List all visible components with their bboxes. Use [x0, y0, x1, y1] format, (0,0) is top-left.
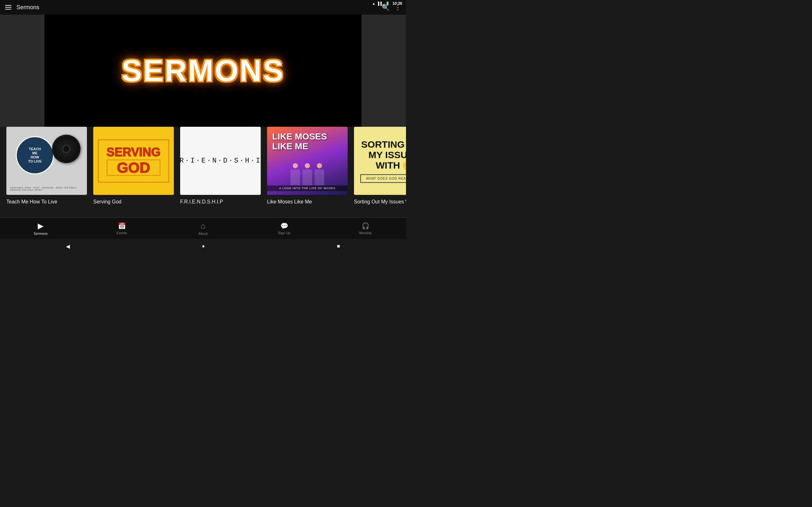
- nav-sermons[interactable]: ▶ Sermons: [28, 222, 53, 235]
- nav-about[interactable]: ⌂ About: [190, 222, 216, 235]
- card4-background: LIKE MOSES LIKE ME A LOOK INTO THE LIFE …: [267, 127, 348, 195]
- events-icon: 📅: [118, 222, 126, 230]
- worship-label: Worship: [359, 231, 372, 235]
- app-bar: Sermons 🔍 ⋮: [0, 0, 406, 14]
- card-friendship[interactable]: F·R·I·E·N·D·S·H·I·P F.R.I.E.N.D.S.H.I.P: [180, 127, 261, 205]
- card1-background: TEACHMEHOWTO LIVE FEATURES: PRAY · FAST …: [6, 127, 87, 195]
- nav-worship[interactable]: 🎧 Worship: [353, 222, 378, 235]
- moses-figures: [267, 170, 348, 185]
- about-label: About: [199, 232, 208, 235]
- figure-1: [291, 170, 300, 185]
- moses-title: LIKE MOSES LIKE ME: [272, 132, 327, 152]
- serving-text-line1: SERVING: [107, 146, 160, 158]
- sorting-box: WHAT DOES GOD REALLY SAY?: [360, 174, 406, 183]
- card-teach-me[interactable]: TEACHMEHOWTO LIVE FEATURES: PRAY · FAST …: [6, 127, 87, 205]
- vinyl-record: [52, 135, 81, 163]
- bottom-nav: ▶ Sermons 📅 Events ⌂ About 💬 Sign Up 🎧 W…: [0, 217, 406, 239]
- serving-god-box: SERVING GOD: [98, 139, 169, 183]
- card1-inner-text: TEACHMEHOWTO LIVE: [28, 147, 42, 164]
- signal-icon: ▌▌: [378, 2, 383, 5]
- card-like-moses[interactable]: LIKE MOSES LIKE ME A LOOK INTO THE LIFE …: [267, 127, 348, 205]
- friendship-text: F·R·I·E·N·D·S·H·I·P: [180, 157, 261, 165]
- card-label-serving-god: Serving God: [93, 199, 174, 205]
- card-serving-god[interactable]: SERVING GOD Serving God: [93, 127, 174, 205]
- figure-3: [315, 170, 324, 185]
- about-icon: ⌂: [201, 222, 206, 230]
- card-label-friendship: F.R.I.E.N.D.S.H.I.P: [180, 199, 261, 205]
- battery-icon: 🔋: [386, 2, 390, 6]
- card-image-teach-me: TEACHMEHOWTO LIVE FEATURES: PRAY · FAST …: [6, 127, 87, 195]
- status-bar: ▲ ▌▌ 🔋 10:26: [368, 0, 406, 7]
- sermons-icon: ▶: [38, 222, 44, 230]
- card-image-serving-god: SERVING GOD: [93, 127, 174, 195]
- clock: 10:26: [392, 1, 402, 6]
- card-label-like-moses: Like Moses Like Me: [267, 199, 348, 205]
- hero-content: SERMONS: [121, 53, 284, 88]
- card5-background: SORTING OUT MY ISSUES WITH 😶 WHAT DOES G…: [354, 127, 406, 195]
- recents-button[interactable]: ■: [337, 243, 340, 249]
- card2-background: SERVING GOD: [93, 127, 174, 195]
- figure-2: [303, 170, 312, 185]
- card-image-like-moses: LIKE MOSES LIKE ME A LOOK INTO THE LIFE …: [267, 127, 348, 195]
- card1-circle: TEACHMEHOWTO LIVE: [16, 136, 54, 174]
- card-label-sorting: Sorting Out My Issues With...: [354, 199, 406, 205]
- cards-row: TEACHMEHOWTO LIVE FEATURES: PRAY · FAST …: [6, 127, 400, 205]
- nav-signup[interactable]: 💬 Sign Up: [271, 222, 297, 235]
- back-button[interactable]: ◀: [66, 243, 70, 249]
- worship-icon: 🎧: [362, 222, 369, 230]
- serving-text-line2: GOD: [107, 159, 160, 176]
- signup-icon: 💬: [281, 222, 288, 230]
- page-title: Sermons: [16, 4, 382, 11]
- card-image-sorting: SORTING OUT MY ISSUES WITH 😶 WHAT DOES G…: [354, 127, 406, 195]
- wifi-icon: ▲: [372, 2, 375, 5]
- moses-subtitle: A LOOK INTO THE LIFE OF MOSES: [267, 185, 348, 191]
- sermons-label: Sermons: [34, 232, 48, 235]
- menu-button[interactable]: [5, 5, 11, 9]
- card-sorting-issues[interactable]: SORTING OUT MY ISSUES WITH 😶 WHAT DOES G…: [354, 127, 406, 205]
- card3-background: F·R·I·E·N·D·S·H·I·P: [180, 127, 261, 195]
- hero-title: SERMONS: [121, 53, 284, 88]
- cards-section: TEACHMEHOWTO LIVE FEATURES: PRAY · FAST …: [0, 127, 406, 205]
- hero-banner: SERMONS: [0, 14, 406, 127]
- card-image-friendship: F·R·I·E·N·D·S·H·I·P: [180, 127, 261, 195]
- signup-label: Sign Up: [278, 231, 290, 235]
- sorting-emoji: 😶: [403, 161, 406, 170]
- android-nav-bar: ◀ ● ■: [0, 239, 406, 253]
- card-label-teach-me: Teach Me How To Live: [6, 199, 87, 205]
- home-button[interactable]: ●: [202, 243, 205, 249]
- nav-events[interactable]: 📅 Events: [109, 222, 135, 235]
- events-label: Events: [116, 231, 127, 235]
- card1-features: FEATURES: PRAY · FAST · WORSHIP · READ T…: [10, 187, 87, 191]
- sorting-title: SORTING OUT MY ISSUES WITH 😶: [361, 139, 406, 170]
